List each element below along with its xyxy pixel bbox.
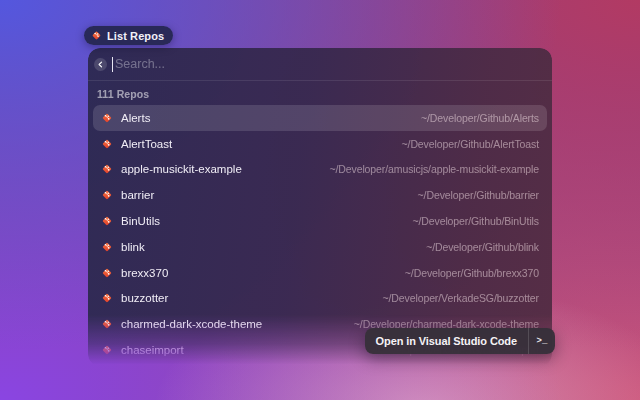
terminal-prompt-icon: >_ (529, 336, 555, 346)
git-icon (101, 138, 113, 150)
git-icon (101, 189, 113, 201)
repo-name: Alerts (121, 112, 150, 124)
git-icon (91, 30, 102, 41)
repo-list-item[interactable]: blink ~/Developer/Github/blink (93, 234, 547, 260)
back-button[interactable] (94, 58, 107, 71)
search-bar (88, 48, 552, 80)
git-icon (101, 163, 113, 175)
repo-name: apple-musickit-example (121, 163, 242, 175)
repo-list-item[interactable]: BinUtils ~/Developer/Github/BinUtils (93, 208, 547, 234)
git-icon (101, 241, 113, 253)
repo-path: ~/Developer/Github/Alerts (421, 112, 539, 124)
open-in-vscode-label: Open in Visual Studio Code (365, 335, 528, 347)
command-pill-label: List Repos (107, 30, 164, 42)
search-input[interactable] (113, 57, 542, 71)
repo-list: Alerts ~/Developer/Github/Alerts AlertTo… (93, 105, 547, 363)
repo-name: buzzotter (121, 292, 168, 304)
repo-list-item[interactable]: barrier ~/Developer/Github/barrier (93, 182, 547, 208)
command-pill[interactable]: List Repos (84, 26, 173, 45)
repo-list-item[interactable]: AlertToast ~/Developer/Github/AlertToast (93, 131, 547, 157)
repo-path: ~/Developer/Github/barrier (418, 189, 539, 201)
repo-name: charmed-dark-xcode-theme (121, 318, 262, 330)
repo-name: chaseimport (121, 344, 184, 356)
repo-list-item[interactable]: apple-musickit-example ~/Developer/amusi… (93, 157, 547, 183)
repo-path: ~/Developer/Github/blink (426, 241, 539, 253)
git-icon (101, 215, 113, 227)
repo-path: ~/Developer/Github/BinUtils (412, 215, 539, 227)
repo-list-item[interactable]: Alerts ~/Developer/Github/Alerts (93, 105, 547, 131)
repo-name: brexx370 (121, 267, 168, 279)
repo-name: BinUtils (121, 215, 160, 227)
launcher-window: 111 Repos Alerts ~/Developer/Github/Aler… (88, 48, 552, 366)
repo-name: AlertToast (121, 138, 172, 150)
git-icon (101, 318, 113, 330)
git-icon (101, 112, 113, 124)
repo-path: ~/Developer/Github/AlertToast (402, 138, 539, 150)
repo-path: ~/Developer/VerkadeSG/buzzotter (382, 292, 539, 304)
repo-list-item[interactable]: brexx370 ~/Developer/Github/brexx370 (93, 260, 547, 286)
chevron-left-icon (97, 61, 104, 68)
git-icon (101, 344, 113, 356)
git-icon (101, 267, 113, 279)
git-icon (101, 292, 113, 304)
repo-name: blink (121, 241, 145, 253)
section-header: 111 Repos (88, 81, 552, 104)
repo-name: barrier (121, 189, 154, 201)
repo-path: ~/Developer/Github/brexx370 (405, 267, 539, 279)
repo-path: ~/Developer/amusicjs/apple-musickit-exam… (329, 163, 539, 175)
repo-list-item[interactable]: buzzotter ~/Developer/VerkadeSG/buzzotte… (93, 286, 547, 312)
open-in-vscode-button[interactable]: Open in Visual Studio Code >_ (365, 328, 555, 354)
